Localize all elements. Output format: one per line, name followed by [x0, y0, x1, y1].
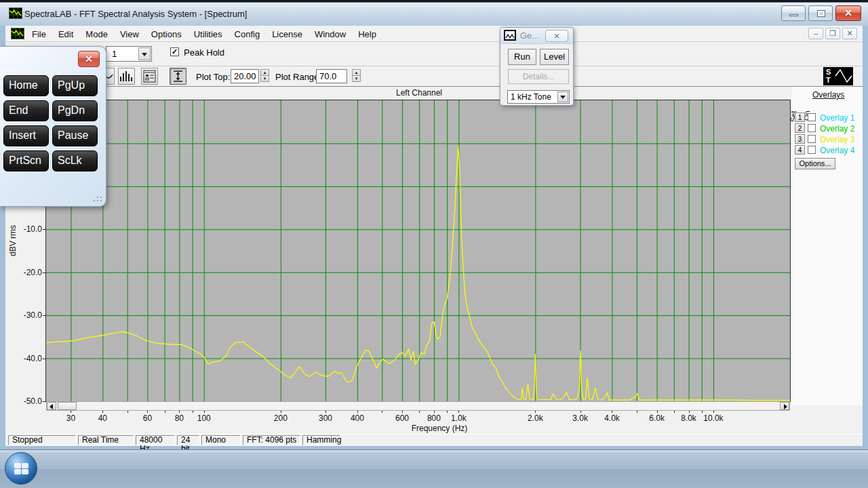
close-icon: ✕: [836, 7, 861, 18]
generator-level-button[interactable]: Level: [540, 49, 569, 65]
generator-run-button[interactable]: Run: [508, 49, 536, 65]
overlays-options-button[interactable]: Options...: [795, 158, 835, 169]
osk-key-pgdn[interactable]: PgDn: [52, 100, 98, 121]
signal-generator-icon: ST: [823, 67, 853, 85]
x-tick-label: 400: [342, 413, 372, 423]
scroll-left-icon[interactable]: [47, 402, 56, 410]
menu-item-file[interactable]: File: [26, 29, 52, 39]
overlay-label: Overlay 1: [820, 113, 854, 123]
overlays-heading: Overlays: [812, 90, 844, 100]
x-tick-label: 2.0k: [520, 413, 550, 423]
restore-button[interactable]: [808, 5, 833, 21]
osk-key-pause[interactable]: Pause: [52, 125, 98, 146]
x-tick-label: 300: [311, 413, 340, 423]
child-minimize-button[interactable]: –: [808, 28, 823, 39]
scroll-right-icon[interactable]: [780, 402, 789, 410]
menu-item-window[interactable]: Window: [309, 29, 352, 39]
menu-bar: FileEditModeViewOptionsUtilitiesConfigLi…: [5, 26, 863, 42]
y-tick-mark: [43, 272, 46, 273]
resize-grip[interactable]: [92, 195, 102, 202]
overlay-set-button[interactable]: 3: [795, 134, 805, 144]
menu-item-license[interactable]: License: [266, 29, 309, 39]
menu-item-view[interactable]: View: [114, 29, 145, 39]
x-tick-label: 10.0k: [698, 413, 728, 423]
spectrum-child-icon[interactable]: [11, 28, 24, 39]
child-close-button[interactable]: ✕: [842, 28, 857, 39]
menu-item-utilities[interactable]: Utilities: [188, 29, 229, 39]
windows-flag-icon: [14, 463, 28, 475]
y-tick-label: -10.0: [11, 224, 42, 234]
spectralab-window: SpectraLAB - FFT Spectral Analysis Syste…: [0, 0, 868, 449]
osk-close-button[interactable]: ✕: [78, 51, 100, 67]
status-segment: Real Time: [78, 435, 134, 445]
osk-key-pgup[interactable]: PgUp: [52, 75, 98, 96]
generator-signal-select[interactable]: 1 kHz Tone: [507, 90, 570, 104]
minimize-button[interactable]: [781, 5, 806, 21]
menu-item-mode[interactable]: Mode: [79, 29, 114, 39]
menu-item-options[interactable]: Options: [145, 29, 188, 39]
osk-key-home[interactable]: Home: [3, 75, 49, 96]
x-tick-label: 30: [56, 413, 85, 423]
menu-item-help[interactable]: Help: [352, 29, 382, 39]
y-tick-mark: [43, 315, 46, 316]
x-tick-label: 40: [87, 413, 117, 423]
vertical-scale-icon[interactable]: [170, 68, 186, 85]
close-button[interactable]: ✕: [835, 5, 861, 21]
taskbar: eD RU 21:42 11.09.2013: [0, 449, 868, 488]
overlays-panel: Overlays Set On 1Overlay 12Overlay 23Ove…: [792, 87, 863, 405]
y-tick-label: -20.0: [11, 268, 42, 277]
menu-item-edit[interactable]: Edit: [52, 29, 79, 39]
osk-key-sclk[interactable]: ScLk: [52, 150, 98, 171]
osk-key-insert[interactable]: Insert: [3, 125, 49, 146]
y-tick-mark: [43, 359, 46, 359]
osk-key-prtscn[interactable]: PrtScn: [3, 150, 49, 171]
chevron-down-icon[interactable]: [138, 47, 151, 60]
chevron-down-icon[interactable]: [557, 92, 568, 102]
on-screen-keyboard: ✕ HomePgUpEndPgDnInsertPausePrtScnScLk: [0, 46, 106, 207]
plot-range-input[interactable]: 70.0: [316, 69, 347, 83]
plot-top-input[interactable]: 20.00: [231, 69, 259, 83]
display-select[interactable]: 1: [106, 46, 152, 62]
histogram-icon[interactable]: [118, 68, 135, 85]
overlay-on-checkbox[interactable]: [808, 146, 816, 154]
generator-title-bar[interactable]: Ge... ✕: [500, 28, 573, 44]
display-options-icon[interactable]: [141, 68, 158, 85]
y-tick-label: -30.0: [11, 310, 42, 320]
generator-title: Ge...: [520, 30, 539, 41]
overlay-label: Overlay 2: [820, 124, 854, 134]
title-bar: SpectraLAB - FFT Spectral Analysis Syste…: [0, 0, 868, 26]
x-tick-label: 600: [387, 413, 417, 423]
overlay-on-checkbox[interactable]: [808, 113, 816, 121]
plot-top-spinner[interactable]: ▲▼: [260, 69, 269, 83]
menu-item-config[interactable]: Config: [229, 29, 267, 39]
plot-top-label: Plot Top:: [196, 72, 230, 82]
overlay-set-button[interactable]: 2: [795, 123, 805, 133]
peak-hold-checkbox[interactable]: ✓: [170, 47, 179, 56]
window-title: SpectraLAB - FFT Spectral Analysis Syste…: [24, 9, 247, 19]
y-tick-label: -50.0: [11, 396, 42, 406]
close-icon: ✕: [79, 52, 99, 66]
overlay-label: Overlay 4: [820, 146, 854, 155]
display-select-value: 1: [112, 49, 117, 59]
toolbar-row-1: 1 ✓ Peak Hold: [5, 42, 863, 66]
status-bar: StoppedReal Time48000 Hz24 bitMonoFFT: 4…: [5, 434, 863, 446]
overlay-set-button[interactable]: 1: [795, 113, 805, 122]
plot-range-label: Plot Range:: [275, 72, 321, 82]
overlay-on-checkbox[interactable]: [808, 124, 816, 132]
start-button[interactable]: [5, 452, 37, 485]
overlay-set-button[interactable]: 4: [795, 145, 805, 155]
overlay-on-checkbox[interactable]: [808, 135, 816, 143]
x-tick-label: 6.0k: [642, 413, 672, 423]
generator-dialog: Ge... ✕ Run Level Details... 1 kHz Tone: [500, 27, 574, 106]
spectralab-app-icon: [9, 7, 22, 19]
scrollbar-thumb[interactable]: [58, 402, 77, 410]
x-tick-label: 200: [266, 413, 296, 423]
generator-close-button[interactable]: ✕: [545, 30, 568, 42]
child-restore-button[interactable]: ❐: [825, 28, 840, 39]
x-tick-label: 3.0k: [566, 413, 595, 423]
plot-range-spinner[interactable]: ▲▼: [352, 69, 361, 83]
generator-details-button[interactable]: Details...: [508, 69, 569, 84]
plot-h-scrollbar[interactable]: [46, 401, 790, 411]
osk-key-end[interactable]: End: [3, 100, 49, 121]
spectrum-plot[interactable]: [46, 100, 790, 401]
